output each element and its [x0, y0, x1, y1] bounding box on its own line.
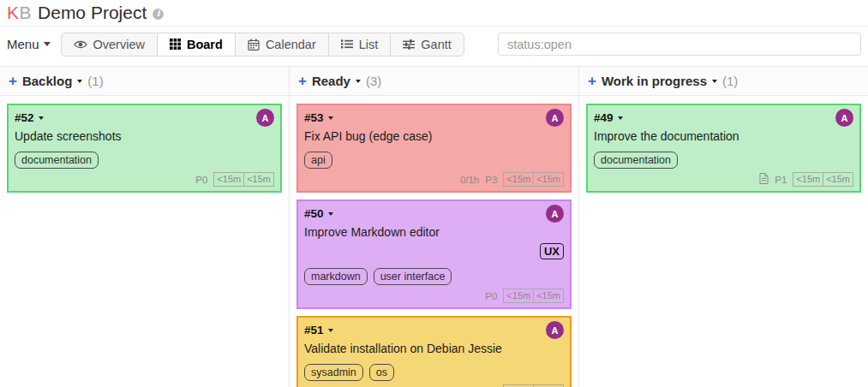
- card-footer: 0/1hP3<15m<15m: [304, 172, 564, 187]
- tab-gantt[interactable]: Gantt: [391, 33, 463, 56]
- add-task-button[interactable]: +: [9, 75, 17, 87]
- list-icon: [341, 39, 353, 49]
- time-estimates: <15m<15m: [213, 172, 274, 187]
- card-head: #51A: [304, 321, 564, 339]
- time-estimates: <15m<15m: [793, 172, 853, 187]
- task-id-label: #53: [304, 111, 324, 124]
- task-id-label: #52: [15, 111, 34, 124]
- column-name[interactable]: Work in progress: [602, 74, 707, 88]
- column-header-backlog: +Backlog(1): [0, 67, 290, 95]
- caret-down-icon: [712, 80, 717, 86]
- eye-icon: [74, 39, 87, 50]
- board-header: +Backlog(1)+Ready(3)+Work in progress(1): [0, 66, 868, 96]
- caret-down-icon: [39, 116, 44, 122]
- column-name[interactable]: Backlog: [22, 74, 72, 88]
- task-id-dropdown[interactable]: #52: [15, 111, 44, 124]
- calendar-icon: [248, 39, 260, 51]
- column-work-in-progress: #49AImprove the documentationdocumentati…: [579, 96, 868, 387]
- search-wrap: [498, 33, 861, 56]
- task-card-51[interactable]: #51AValidate installation on Debian Jess…: [296, 316, 572, 387]
- column-name[interactable]: Ready: [312, 74, 350, 88]
- card-head: #50A: [304, 205, 564, 223]
- time-estimates: <15m<15m: [503, 289, 564, 303]
- column-task-count: (1): [87, 74, 103, 88]
- assignee-avatar[interactable]: A: [546, 321, 564, 339]
- assignee-avatar[interactable]: A: [546, 109, 564, 127]
- tab-list[interactable]: List: [329, 33, 392, 56]
- tag-list: api: [304, 152, 564, 169]
- estimate-cell: <15m: [503, 172, 534, 187]
- priority-label: P1: [775, 175, 787, 185]
- card-head: #52A: [15, 109, 274, 127]
- tag: documentation: [15, 152, 99, 169]
- task-id-dropdown[interactable]: #51: [304, 324, 333, 336]
- tab-overview[interactable]: Overview: [62, 33, 158, 56]
- column-task-count: (3): [366, 74, 381, 88]
- view-switcher: OverviewBoardCalendarListGantt: [61, 33, 464, 57]
- tag-list: markdownuser interface: [304, 268, 564, 285]
- column-backlog: #52AUpdate screenshotsdocumentationP0<15…: [0, 96, 290, 387]
- caret-down-icon: [328, 329, 333, 335]
- task-card-53[interactable]: #53AFix API bug (edge case)api0/1hP3<15m…: [296, 104, 572, 193]
- estimate-cell: <15m: [244, 172, 274, 187]
- estimate-cell: <15m: [823, 172, 853, 187]
- add-task-button[interactable]: +: [298, 75, 307, 87]
- card-head: #49A: [594, 109, 853, 127]
- tab-label: Board: [187, 38, 223, 51]
- tag: documentation: [594, 152, 678, 169]
- menu-button[interactable]: Menu: [7, 37, 51, 51]
- task-id-label: #51: [304, 324, 324, 336]
- tag-list: sysadminos: [304, 364, 564, 381]
- tag: api: [304, 152, 332, 169]
- task-id-label: #50: [304, 207, 324, 220]
- logo-letter-b: B: [20, 3, 33, 22]
- tag-list: documentation: [15, 152, 274, 169]
- task-title: Update screenshots: [15, 129, 274, 143]
- info-icon[interactable]: i: [153, 9, 164, 20]
- task-id-label: #49: [594, 111, 614, 124]
- task-id-dropdown[interactable]: #49: [594, 111, 623, 124]
- assignee-avatar[interactable]: A: [256, 109, 274, 127]
- page-header: KB Demo Project i: [0, 0, 868, 27]
- task-card-50[interactable]: #50AImprove Markdown editorUXmarkdownuse…: [296, 199, 572, 309]
- task-title: Fix API bug (edge case): [304, 129, 564, 143]
- task-card-49[interactable]: #49AImprove the documentationdocumentati…: [586, 104, 861, 193]
- assignee-avatar[interactable]: A: [546, 205, 564, 223]
- priority-label: P0: [195, 175, 207, 185]
- app-logo[interactable]: KB: [7, 3, 32, 23]
- search-input[interactable]: [498, 33, 861, 56]
- estimate-cell: <15m: [534, 172, 564, 187]
- task-id-dropdown[interactable]: #53: [304, 111, 333, 124]
- card-footer: P1<15m<15m: [594, 172, 853, 187]
- priority-label: P0: [485, 291, 497, 301]
- card-head: #53A: [304, 109, 564, 127]
- column-ready: #53AFix API bug (edge case)api0/1hP3<15m…: [290, 96, 579, 387]
- column-header-ready: +Ready(3): [290, 67, 579, 95]
- estimate-cell: <15m: [793, 172, 823, 187]
- estimate-cell: <15m: [534, 289, 564, 303]
- card-footer: P0<15m<15m: [304, 289, 564, 303]
- tab-board[interactable]: Board: [158, 33, 236, 56]
- caret-down-icon: [618, 116, 623, 122]
- tab-label: Overview: [93, 38, 145, 51]
- tag: os: [369, 364, 394, 381]
- category-badge: UX: [540, 243, 564, 259]
- board-body: #52AUpdate screenshotsdocumentationP0<15…: [0, 96, 868, 387]
- task-card-52[interactable]: #52AUpdate screenshotsdocumentationP0<15…: [7, 104, 282, 193]
- logo-letter-k: K: [7, 3, 20, 22]
- column-header-work-in-progress: +Work in progress(1): [579, 67, 868, 95]
- file-icon: [759, 173, 769, 186]
- task-title: Improve the documentation: [594, 129, 853, 143]
- menu-label: Menu: [7, 37, 39, 51]
- tab-label: List: [359, 38, 379, 51]
- task-id-dropdown[interactable]: #50: [304, 207, 333, 220]
- caret-down-icon: [44, 42, 51, 50]
- caret-down-icon: [328, 212, 333, 218]
- add-task-button[interactable]: +: [588, 75, 596, 87]
- caret-down-icon: [356, 80, 361, 86]
- grid-icon: [170, 39, 181, 50]
- assignee-avatar[interactable]: A: [835, 109, 853, 127]
- task-title: Validate installation on Debian Jessie: [304, 342, 564, 355]
- tab-calendar[interactable]: Calendar: [236, 33, 329, 56]
- time-estimates: <15m<15m: [503, 172, 564, 187]
